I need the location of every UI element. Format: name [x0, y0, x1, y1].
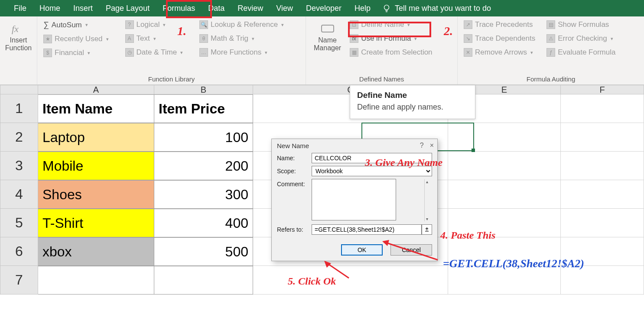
- dialog-close-button[interactable]: ×: [430, 142, 434, 149]
- financial-button[interactable]: $Financial: [42, 47, 111, 58]
- insert-function-button[interactable]: fx Insert Function: [4, 19, 33, 55]
- define-name-button[interactable]: ⊡Define Name: [348, 19, 434, 30]
- autosum-button[interactable]: ∑AutoSum: [42, 19, 111, 31]
- dialog-titlebar[interactable]: New Name ? ×: [272, 139, 437, 152]
- cell[interactable]: 400: [154, 209, 253, 237]
- tell-me-search[interactable]: Tell me what you want to do: [377, 3, 491, 13]
- row-header[interactable]: 2: [0, 123, 38, 152]
- cell[interactable]: [561, 209, 644, 237]
- row-header[interactable]: 5: [0, 209, 38, 237]
- cell[interactable]: Laptop: [38, 123, 154, 152]
- ribbon: fx Insert Function ∑AutoSum ★Recently Us…: [0, 16, 644, 85]
- lookup-button[interactable]: 🔍Lookup & Reference: [198, 19, 286, 30]
- insert-function-label-2: Function: [5, 44, 32, 52]
- col-header-b[interactable]: B: [154, 85, 253, 94]
- cell[interactable]: [448, 266, 561, 295]
- cell[interactable]: [561, 94, 644, 123]
- evaluate-formula-button[interactable]: ƒEvaluate Formula: [545, 47, 617, 58]
- cell[interactable]: Mobile: [38, 152, 154, 180]
- comment-label: Comment:: [277, 179, 312, 188]
- menu-data[interactable]: Data: [202, 1, 231, 16]
- cell[interactable]: [448, 180, 561, 209]
- use-formula-label: Use in Formula: [361, 34, 411, 43]
- cell[interactable]: [38, 266, 154, 295]
- trace-precedents-button[interactable]: ↗Trace Precedents: [462, 19, 537, 30]
- scope-select[interactable]: Workbook: [312, 166, 432, 176]
- select-all-corner[interactable]: [0, 85, 38, 94]
- svg-point-0: [384, 5, 389, 10]
- cell[interactable]: [448, 152, 561, 180]
- math-label: Math & Trig: [211, 34, 248, 43]
- cell[interactable]: xbox: [38, 237, 154, 266]
- menu-help[interactable]: Help: [348, 1, 377, 16]
- menu-view[interactable]: View: [270, 1, 299, 16]
- cell[interactable]: [448, 209, 561, 237]
- grid-icon: ▦: [350, 48, 358, 57]
- cell[interactable]: 200: [154, 152, 253, 180]
- remove-arrows-button[interactable]: ✕Remove Arrows: [462, 47, 537, 58]
- ok-button[interactable]: OK: [341, 244, 383, 256]
- cell[interactable]: T-Shirt: [38, 209, 154, 237]
- cell[interactable]: Item Price: [154, 94, 253, 123]
- cell[interactable]: [253, 266, 448, 295]
- row-header[interactable]: 6: [0, 237, 38, 266]
- refers-to-input[interactable]: [312, 224, 422, 235]
- tooltip-body: Define and apply names.: [357, 103, 468, 112]
- eval-icon: ƒ: [546, 48, 555, 57]
- row-header[interactable]: 3: [0, 152, 38, 180]
- comment-textarea[interactable]: [312, 179, 396, 220]
- name-label: Name:: [277, 153, 312, 162]
- col-header-a[interactable]: A: [38, 85, 154, 94]
- menu-formulas[interactable]: Formulas: [156, 1, 201, 16]
- text-button[interactable]: AText: [124, 33, 185, 44]
- trace-dependents-button[interactable]: ↘Trace Dependents: [462, 33, 537, 44]
- more-functions-button[interactable]: …More Functions: [198, 47, 286, 58]
- fx-small-icon: fx: [350, 34, 358, 43]
- cell[interactable]: [561, 237, 644, 266]
- cell[interactable]: [561, 123, 644, 152]
- insert-function-label-1: Insert: [10, 36, 27, 44]
- cell[interactable]: 100: [154, 123, 253, 152]
- cell[interactable]: [448, 123, 561, 152]
- create-from-selection-button[interactable]: ▦Create from Selection: [348, 47, 434, 58]
- dialog-help-button[interactable]: ?: [420, 142, 424, 149]
- menu-home[interactable]: Home: [33, 1, 66, 16]
- collapse-dialog-button[interactable]: [422, 224, 432, 235]
- cell[interactable]: [448, 237, 561, 266]
- menu-review[interactable]: Review: [231, 1, 269, 16]
- menu-insert[interactable]: Insert: [67, 1, 99, 16]
- cell[interactable]: Item Name: [38, 94, 154, 123]
- recently-used-button[interactable]: ★Recently Used: [42, 33, 111, 45]
- date-time-button[interactable]: ◷Date & Time: [124, 47, 185, 58]
- math-icon: θ: [199, 34, 208, 43]
- cell[interactable]: Shoes: [38, 180, 154, 209]
- tell-me-label: Tell me what you want to do: [395, 4, 491, 13]
- row-header[interactable]: 1: [0, 94, 38, 123]
- row-header[interactable]: 4: [0, 180, 38, 209]
- financial-label: Financial: [55, 49, 84, 57]
- show-formulas-button[interactable]: ▤Show Formulas: [545, 19, 617, 30]
- cell[interactable]: 300: [154, 180, 253, 209]
- svg-rect-2: [322, 25, 334, 32]
- menu-file[interactable]: File: [8, 1, 33, 16]
- cell[interactable]: [561, 266, 644, 295]
- cell[interactable]: [154, 266, 253, 295]
- cell[interactable]: [561, 152, 644, 180]
- precedents-icon: ↗: [464, 20, 472, 29]
- menu-developer[interactable]: Developer: [300, 1, 348, 16]
- menu-page-layout[interactable]: Page Layout: [100, 1, 156, 16]
- name-manager-button[interactable]: Name Manager: [310, 19, 345, 58]
- use-in-formula-button[interactable]: fxUse in Formula: [348, 33, 434, 44]
- name-input[interactable]: [312, 153, 432, 163]
- math-button[interactable]: θMath & Trig: [198, 33, 286, 44]
- group-function-library: ∑AutoSum ★Recently Used $Financial ?Logi…: [37, 16, 306, 84]
- col-header-f[interactable]: F: [561, 85, 644, 94]
- error-checking-button[interactable]: ⚠Error Checking: [545, 33, 617, 44]
- row-header[interactable]: 7: [0, 266, 38, 295]
- logical-button[interactable]: ?Logical: [124, 19, 185, 30]
- textarea-scrollbar[interactable]: [424, 179, 432, 221]
- cancel-button[interactable]: Cancel: [390, 244, 432, 256]
- cell[interactable]: 500: [154, 237, 253, 266]
- text-icon: A: [125, 34, 134, 43]
- cell[interactable]: [561, 180, 644, 209]
